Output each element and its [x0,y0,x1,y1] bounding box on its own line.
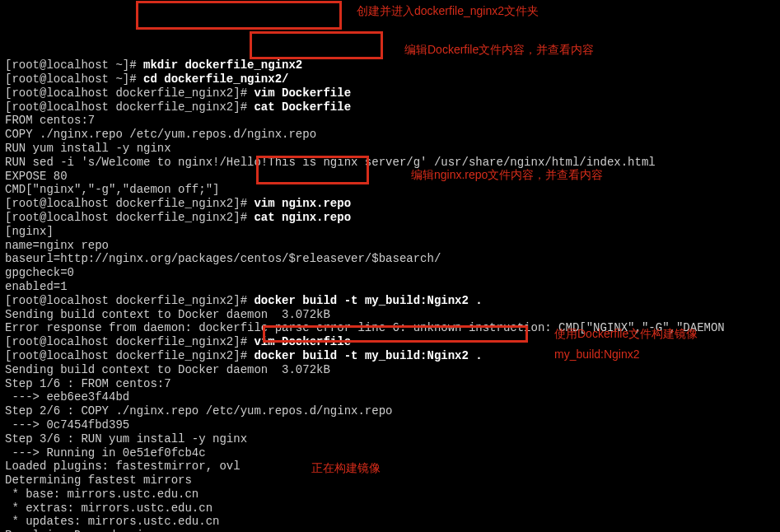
terminal-line: [root@localhost dockerfile_nginx2]# vim … [5,86,775,100]
terminal-command[interactable]: cat Dockerfile [254,100,351,114]
terminal-line: * updates: mirrors.ustc.edu.cn [5,515,775,529]
terminal-command[interactable]: cd dockerfile_nginx2/ [143,72,288,86]
terminal-line: Loaded plugins: fastestmirror, ovl [5,460,775,474]
terminal-line: baseurl=http://nginx.org/packages/centos… [5,252,775,266]
terminal-line: ---> 0c7454fbd395 [5,418,775,432]
terminal-line: Sending build context to Docker daemon 3… [5,308,775,322]
terminal-line: [nginx] [5,225,775,239]
annotation-label: 创建并进入dockerfile_nginx2文件夹 [357,4,539,18]
terminal-line: ---> eeb6ee3f44bd [5,390,775,404]
terminal-line: * extras: mirrors.ustc.edu.cn [5,502,775,516]
terminal-command[interactable]: vim nginx.repo [254,197,351,210]
terminal-line: ---> Running in 0e51ef0fcb4c [5,446,775,460]
terminal-line: [root@localhost dockerfile_nginx2]# cat … [5,211,775,225]
terminal-line: FROM centos:7 [5,114,775,128]
terminal-line: Error response from daemon: dockerfile p… [5,321,775,335]
terminal-line: * base: mirrors.ustc.edu.cn [5,488,775,502]
terminal-line: [root@localhost dockerfile_nginx2]# cat … [5,100,775,114]
terminal-line: RUN sed -i 's/Welcome to nginx!/Hello!Th… [5,156,775,170]
terminal-line: Sending build context to Docker daemon 3… [5,363,775,377]
terminal-line: Step 1/6 : FROM centos:7 [5,377,775,391]
terminal-command[interactable]: docker build -t my_build:Nginx2 . [254,349,482,362]
terminal-line: CMD["nginx","-g","daemon off;"] [5,183,775,197]
terminal-output: [root@localhost ~]# mkdir dockerfile_ngi… [5,58,775,532]
terminal-line: Step 3/6 : RUN yum install -y nginx [5,432,775,446]
terminal-line: COPY ./nginx.repo /etc/yum.repos.d/nginx… [5,128,775,142]
terminal-line: [root@localhost ~]# cd dockerfile_nginx2… [5,72,775,86]
highlight-box [250,31,383,59]
highlight-box [136,1,342,30]
terminal-command[interactable]: cat nginx.repo [254,211,351,224]
terminal-command[interactable]: docker build -t my_build:Nginx2 . [254,294,482,307]
terminal-line: RUN yum install -y nginx [5,142,775,156]
terminal-command[interactable]: mkdir dockerfile_nginx2 [143,58,302,72]
terminal-line: gpgcheck=0 [5,266,775,280]
terminal-line: Resolving Dependencies [5,529,775,532]
terminal-line: enabled=1 [5,280,775,294]
terminal-line: [root@localhost ~]# mkdir dockerfile_ngi… [5,58,775,72]
terminal-line: [root@localhost dockerfile_nginx2]# dock… [5,349,775,363]
terminal-command[interactable]: vim Dockerfile [254,86,351,100]
terminal-line: [root@localhost dockerfile_nginx2]# dock… [5,294,775,308]
terminal-line: EXPOSE 80 [5,170,775,184]
terminal-line: [root@localhost dockerfile_nginx2]# vim … [5,197,775,211]
terminal-line: Step 2/6 : COPY ./nginx.repo /etc/yum.re… [5,404,775,418]
terminal-line: Determining fastest mirrors [5,474,775,488]
annotation-label: 编辑Dockerfile文件内容，并查看内容 [404,43,594,57]
terminal-line: [root@localhost dockerfile_nginx2]# vim … [5,335,775,349]
terminal-command[interactable]: vim Dockerfile [254,335,351,348]
terminal-line: name=nginx repo [5,239,775,253]
